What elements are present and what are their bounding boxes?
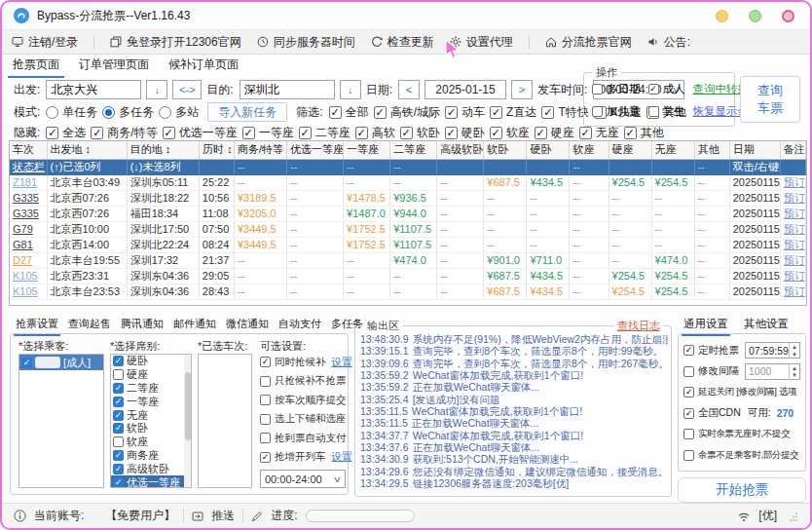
status-link[interactable]: 状态栏 (13, 161, 45, 172)
close-button[interactable] (782, 10, 794, 22)
seat-item-商务座[interactable]: ✓商务座 (111, 449, 191, 463)
train-link[interactable]: G79 (13, 223, 33, 235)
column-header[interactable]: 其他 (694, 141, 729, 159)
hide-checkbox-软卧[interactable]: ✓软卧 (400, 125, 440, 141)
filter-checkbox-动车[interactable]: ✓动车 (445, 104, 485, 121)
hide-checkbox-优选一等座[interactable]: ✓优选一等座 (163, 125, 238, 141)
seat-item-无座[interactable]: ✓无座 (111, 408, 191, 422)
resize-grip[interactable] (789, 511, 798, 521)
train-link[interactable]: G335 (13, 208, 39, 219)
hide-checkbox-二等座[interactable]: ✓二等座 (299, 125, 351, 141)
column-header[interactable]: 硬卧 (527, 141, 570, 159)
depart-input[interactable] (46, 80, 141, 99)
column-header[interactable]: 无座 (651, 141, 694, 159)
menu-item-3[interactable]: 检查更新 (371, 34, 434, 51)
setting-延迟关闭 [修改间隔] 选项[interactable]: ✓延迟关闭 [修改间隔] 选项 (683, 382, 800, 403)
seat-item-软座[interactable]: 软座 (111, 435, 191, 449)
setting-余票不足乘客时,部分提交[interactable]: 余票不足乘客时,部分提交 (683, 445, 800, 467)
column-header[interactable]: 商务/特等 (234, 141, 286, 159)
column-header[interactable]: 备注 (780, 141, 805, 159)
mode-radio-多站[interactable]: 多站 (159, 104, 199, 121)
date-value[interactable]: 2025-01-15 (424, 80, 506, 99)
option-只抢候补不抢票[interactable]: 只抢候补不抢票 (260, 372, 350, 392)
menu-item-2[interactable]: 同步服务器时间 (257, 34, 355, 51)
seat-item-优选一等座[interactable]: ✓优选一等座 (111, 475, 191, 488)
table-row[interactable]: K105北京西23:31深圳东04:3629:05----------¥687.… (10, 268, 806, 284)
filter-checkbox-T特快[interactable]: ✓T特快 (541, 104, 588, 121)
dest-input[interactable] (240, 80, 335, 99)
book-link[interactable]: 预订 (784, 192, 805, 204)
grab-time-select[interactable]: 00:00-24:00∨ (260, 470, 346, 488)
push-label[interactable]: 推送 (211, 508, 235, 524)
setting-实时余票无座时,不提交[interactable]: 实时余票无座时,不提交 (683, 424, 800, 445)
page-tab-0[interactable]: 抢票页面 (8, 55, 64, 78)
table-row[interactable]: G81北京西14:00深圳北22:2408:24¥3449.5--¥1752.5… (10, 237, 806, 252)
seat-item-硬卧[interactable]: ✓硬卧 (111, 355, 191, 368)
operation-checkbox-学生[interactable]: 学生 (648, 104, 685, 119)
operation-checkbox-加儿童[interactable]: 加儿童 (592, 104, 641, 119)
spinner-arrows[interactable]: ▲▼ (789, 343, 799, 358)
status-row[interactable]: 状态栏(↑)已选0列(↓)未选8列------------双击/右键 (10, 159, 806, 174)
seat-item-软卧[interactable]: ✓软卧 (111, 422, 191, 435)
option-抢增开列车[interactable]: ✓抢增开列车设置 (260, 448, 350, 468)
option-选上下铺和选座[interactable]: 选上下铺和选座 (260, 410, 350, 430)
option-settings-link[interactable]: 设置 (332, 450, 352, 464)
train-link[interactable]: G81 (13, 239, 33, 250)
menu-item-1[interactable]: 免登录打开12306官网 (110, 34, 240, 51)
column-header[interactable]: 软卧 (484, 141, 527, 159)
column-header[interactable]: 高级软卧 (437, 141, 484, 159)
hide-checkbox-其他[interactable]: ✓其他 (624, 125, 664, 141)
train-link[interactable]: D27 (13, 254, 32, 266)
option-同时抢候补[interactable]: ✓同时抢候补设置 (260, 353, 350, 372)
hide-checkbox-高软[interactable]: ✓高软 (355, 125, 395, 141)
book-link[interactable]: 预订 (784, 285, 805, 297)
column-header[interactable]: 硬座 (609, 141, 651, 159)
operation-checkbox-多日期[interactable]: 多日期 (592, 82, 641, 96)
page-tab-2[interactable]: 候补订单页面 (164, 55, 243, 78)
column-header[interactable]: 历时 ↕ (199, 141, 234, 159)
train-link[interactable]: G335 (13, 192, 39, 204)
hide-checkbox-硬卧[interactable]: ✓硬卧 (445, 125, 485, 141)
column-header[interactable]: 软座 (570, 141, 609, 159)
table-row[interactable]: G335北京西07:26福田18:3411:08¥3205.0--¥1487.0… (10, 206, 806, 221)
passenger-listbox[interactable]: ✓[成人] (18, 354, 104, 488)
hide-checkbox-无座[interactable]: ✓无座 (579, 125, 619, 141)
table-row[interactable]: G79北京西10:00深圳北17:5007:50¥3449.5--¥1752.5… (10, 221, 806, 237)
column-header[interactable]: 车次 (10, 141, 47, 159)
table-row[interactable]: G335北京西07:26深圳北18:2210:56¥3189.5--¥1478.… (10, 190, 806, 206)
column-header[interactable]: 出发地 ↕ (47, 141, 127, 159)
table-header-row[interactable]: 车次出发地 ↕目的地 ↕历时 ↕商务/特等优选一等座一等座二等座高级软卧软卧硬卧… (10, 141, 806, 159)
seat-item-高级软卧[interactable]: ✓高级软卧 (111, 462, 191, 475)
import-task-button[interactable]: 导入新任务 (207, 102, 287, 122)
maximize-button[interactable] (749, 10, 761, 22)
hide-checkbox-软座[interactable]: ✓软座 (490, 125, 530, 141)
book-link[interactable]: 预订 (784, 176, 805, 188)
book-link[interactable]: 预订 (784, 208, 805, 219)
menu-item-5[interactable]: 分流抢票官网 (545, 34, 632, 51)
filter-checkbox-高铁/城际[interactable]: ✓高铁/城际 (374, 104, 440, 121)
column-header[interactable]: 目的地 ↕ (127, 141, 199, 159)
spinner-input[interactable]: 1000▲▼ (745, 363, 800, 380)
filter-checkbox-Z直达[interactable]: ✓Z直达 (490, 104, 536, 121)
hide-checkbox-硬座[interactable]: ✓硬座 (535, 125, 574, 141)
setting-全国CDN[interactable]: ✓全国CDN可用:270 (683, 403, 800, 425)
minimize-button[interactable] (716, 10, 728, 22)
selected-trains-listbox[interactable] (198, 354, 252, 488)
prev-date-button[interactable]: < (398, 80, 420, 99)
operation-checkbox-成人[interactable]: ✓成人 (648, 82, 685, 96)
mode-radio-多任务[interactable]: 多任务 (102, 104, 154, 121)
passenger-item[interactable]: ✓[成人] (19, 355, 103, 370)
spinner-input[interactable]: 07:59:59▲▼ (745, 342, 800, 359)
train-link[interactable]: K105 (13, 270, 38, 282)
seat-item-硬座[interactable]: 硬座 (111, 368, 191, 382)
filter-checkbox-全部[interactable]: ✓全部 (329, 104, 369, 121)
scrollbar[interactable] (184, 355, 191, 487)
table-row[interactable]: K105北京丰台23:53深圳东04:3628:43----------¥687… (10, 284, 806, 299)
depart-dropdown-button[interactable]: ↓ (146, 80, 167, 99)
column-header[interactable]: 一等座 (344, 141, 390, 159)
train-link[interactable]: Z181 (13, 176, 37, 188)
query-tickets-button[interactable]: 查询 车票 (740, 76, 800, 123)
swap-stations-button[interactable]: <-> (172, 80, 202, 99)
hide-checkbox-全选[interactable]: ✓全选 (46, 125, 86, 141)
book-link[interactable]: 预订 (784, 239, 805, 250)
